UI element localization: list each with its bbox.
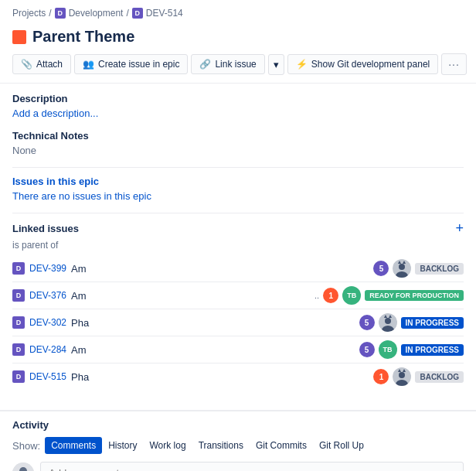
assignee-avatar [379,313,397,332]
page-title: Parent Theme [32,28,134,46]
issues-in-epic-section: Issues in this epic There are no issues … [12,176,464,202]
table-row: DDEV-302Pha5 IN PROGRESS [12,309,464,336]
main-content: Description Add a description... Technic… [0,84,476,399]
issue-key[interactable]: DEV-376 [29,290,66,301]
assignee-avatar [393,259,411,278]
issue-meta: ..1TBREADY FOR PRODUCTION [314,286,464,305]
assignee-avatar: TB [342,286,361,305]
issue-summary: Pha [71,317,355,329]
show-row: Show: CommentsHistoryWork logTransitions… [12,437,464,454]
issues-in-epic-value: There are no issues in this epic [12,190,464,202]
issue-key[interactable]: DEV-302 [29,317,66,328]
tab-history[interactable]: History [102,437,143,454]
link-icon: 🔗 [199,59,211,70]
issue-meta: 1 BACKLOG [373,367,464,386]
issue-type-icon: D [12,316,25,329]
page-header: Parent Theme [0,23,476,49]
divider-2 [12,213,464,213]
tab-work-log[interactable]: Work log [144,437,192,454]
issue-icon: D [132,8,143,19]
current-user-avatar [12,462,34,472]
svg-point-6 [385,318,391,324]
assignee-avatar [393,367,411,386]
tab-git-roll-up[interactable]: Git Roll Up [313,437,370,454]
git-panel-button[interactable]: ⚡ Show Git development panel [287,54,438,74]
issue-key[interactable]: DEV-515 [29,371,66,382]
activity-section: Activity Show: CommentsHistoryWork logTr… [0,419,476,471]
issue-summary: Pha [71,371,369,383]
story-points-badge: 5 [373,261,389,276]
projects-link[interactable]: Projects [12,8,46,19]
assignee-avatar: TB [379,340,397,359]
activity-title: Activity [12,419,464,431]
issue-meta: 5 BACKLOG [373,259,464,278]
tab-transitions[interactable]: Transitions [192,437,250,454]
table-row: DDEV-284Am5TBIN PROGRESS [12,336,464,363]
issue-key[interactable]: DEV-284 [29,344,66,355]
issue-summary: Am [71,290,310,302]
project-icon: D [55,8,66,19]
activity-divider [0,410,476,411]
story-points-badge: 1 [323,288,338,303]
table-row: DDEV-399Am5 BACKLOG [12,255,464,282]
people-icon: 👥 [83,59,94,70]
tab-comments[interactable]: Comments [45,437,102,454]
svg-point-1 [399,264,405,270]
status-badge: BACKLOG [415,263,464,275]
issue-color-indicator [12,30,26,44]
issue-rows-container: DDEV-399Am5 BACKLOGDDEV-376Am..1TBREADY … [12,255,464,390]
description-placeholder[interactable]: Add a description... [12,108,464,119]
status-badge: IN PROGRESS [401,344,464,356]
link-issue-button[interactable]: 🔗 Link issue [191,54,264,74]
description-label: Description [12,93,464,104]
issue-summary: Am [71,263,369,275]
linked-issues-section: Linked issues + is parent of DDEV-399Am5… [12,221,464,390]
story-points-badge: 5 [359,315,375,330]
parent-of-label: is parent of [12,240,464,251]
linked-issues-header: Linked issues + [12,221,464,235]
issue-meta: 5 IN PROGRESS [359,313,464,332]
issue-key[interactable]: DEV-399 [29,263,66,274]
paperclip-icon: 📎 [21,59,32,70]
attach-button[interactable]: 📎 Attach [12,54,71,74]
tab-git-commits[interactable]: Git Commits [250,437,313,454]
status-badge: BACKLOG [415,371,464,383]
more-options-button[interactable]: ··· [441,53,467,75]
linked-issues-title: Linked issues [12,223,79,234]
issue-type-icon: D [12,289,25,302]
breadcrumb: Projects / D Development / D DEV-514 [0,0,476,23]
issue-type-icon: D [12,370,25,383]
ellipsis-indicator: .. [314,291,319,300]
story-points-badge: 1 [373,369,389,384]
link-dropdown-button[interactable]: ▾ [268,54,284,75]
status-badge: READY FOR PRODUCTION [365,290,464,301]
git-icon: ⚡ [296,59,308,70]
technical-notes-label: Technical Notes [12,130,464,142]
comment-input-row [12,462,464,471]
project-link[interactable]: Development [69,8,124,19]
issue-type-icon: D [12,262,25,275]
add-linked-issue-button[interactable]: + [455,221,464,235]
status-badge: IN PROGRESS [401,317,464,329]
toolbar: 📎 Attach 👥 Create issue in epic 🔗 Link i… [0,49,476,84]
svg-point-11 [399,372,405,378]
issues-in-epic-label[interactable]: Issues in this epic [12,176,464,187]
issue-link[interactable]: DEV-514 [146,8,183,19]
story-points-badge: 5 [359,342,375,357]
issue-summary: Am [71,344,355,356]
activity-tabs: CommentsHistoryWork logTransitionsGit Co… [45,437,370,454]
table-row: DDEV-515Pha1 BACKLOG [12,363,464,390]
technical-notes-value: None [12,145,464,156]
divider-1 [12,167,464,168]
comment-input[interactable] [40,462,464,471]
table-row: DDEV-376Am..1TBREADY FOR PRODUCTION [12,282,464,309]
show-label: Show: [12,440,40,452]
issue-type-icon: D [12,343,25,356]
issue-meta: 5TBIN PROGRESS [359,340,464,359]
create-epic-button[interactable]: 👥 Create issue in epic [74,54,188,74]
